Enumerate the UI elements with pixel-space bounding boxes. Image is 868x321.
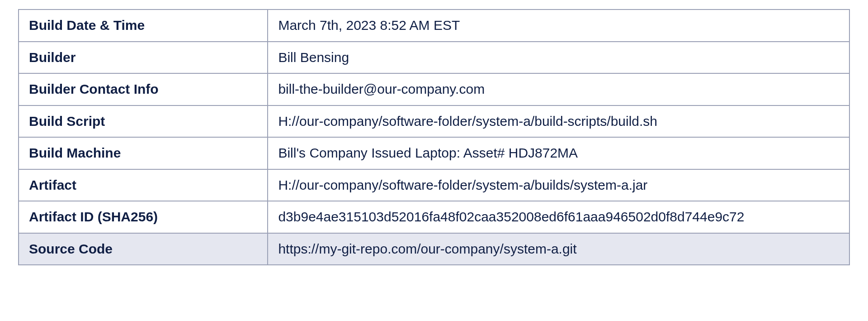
table-row: Artifact H://our-company/software-folder…: [19, 169, 849, 201]
row-label: Build Script: [19, 105, 268, 138]
row-label: Build Date & Time: [19, 10, 268, 42]
row-label: Builder Contact Info: [19, 73, 268, 105]
row-value: March 7th, 2023 8:52 AM EST: [268, 10, 849, 42]
row-value: https://my-git-repo.com/our-company/syst…: [268, 233, 849, 265]
row-label: Build Machine: [19, 137, 268, 169]
table-row: Build Script H://our-company/software-fo…: [19, 105, 849, 138]
table-row: Source Code https://my-git-repo.com/our-…: [19, 233, 849, 265]
table-row: Artifact ID (SHA256) d3b9e4ae315103d5201…: [19, 201, 849, 233]
table-row: Build Date & Time March 7th, 2023 8:52 A…: [19, 10, 849, 42]
row-value: Bill Bensing: [268, 42, 849, 74]
row-value: d3b9e4ae315103d52016fa48f02caa352008ed6f…: [268, 201, 849, 233]
build-info-table: Build Date & Time March 7th, 2023 8:52 A…: [18, 9, 850, 265]
table-row: Builder Bill Bensing: [19, 42, 849, 74]
row-value: H://our-company/software-folder/system-a…: [268, 105, 849, 138]
row-label: Artifact: [19, 169, 268, 201]
row-label: Artifact ID (SHA256): [19, 201, 268, 233]
table-row: Build Machine Bill's Company Issued Lapt…: [19, 137, 849, 169]
table-row: Builder Contact Info bill-the-builder@ou…: [19, 73, 849, 105]
row-label: Source Code: [19, 233, 268, 265]
row-value: bill-the-builder@our-company.com: [268, 73, 849, 105]
row-value: H://our-company/software-folder/system-a…: [268, 169, 849, 201]
row-label: Builder: [19, 42, 268, 74]
row-value: Bill's Company Issued Laptop: Asset# HDJ…: [268, 137, 849, 169]
